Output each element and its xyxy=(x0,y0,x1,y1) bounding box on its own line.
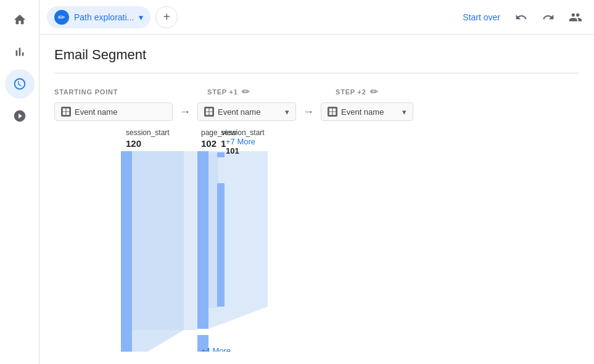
tab-label: Path explorati... xyxy=(74,12,134,22)
col2-edit-icon[interactable]: ✏ xyxy=(242,86,250,97)
topbar-actions: Start over xyxy=(458,6,587,28)
col2-dimension-label: Event name xyxy=(218,107,260,117)
col3-dropdown-arrow[interactable]: ▾ xyxy=(402,107,406,117)
svg-rect-6 xyxy=(208,152,218,308)
arrow-1: → xyxy=(173,105,197,118)
col2-dim-icon xyxy=(204,107,214,117)
topbar: ✏ Path explorati... ▾ + Start over xyxy=(39,0,594,35)
share-button[interactable] xyxy=(564,6,587,28)
sidebar-item-explore[interactable] xyxy=(5,69,35,99)
col3-dim-icon xyxy=(328,107,337,117)
sidebar-item-reports[interactable] xyxy=(5,37,35,67)
col-header-1: STARTING POINT xyxy=(54,88,178,96)
svg-rect-3 xyxy=(132,151,197,330)
col3-dimension-dropdown[interactable]: Event name ▾ xyxy=(321,102,413,121)
start-over-button[interactable]: Start over xyxy=(458,9,505,26)
col3-more-value: 101 xyxy=(226,146,255,155)
tab-pencil-icon: ✏ xyxy=(54,10,69,25)
add-tab-button[interactable]: + xyxy=(155,6,178,28)
col3-more-label[interactable]: +7 More xyxy=(226,137,255,146)
active-tab[interactable]: ✏ Path explorati... ▾ xyxy=(47,6,151,28)
col1-dim-icon xyxy=(61,107,71,117)
col1-dimension-dropdown[interactable]: Event name xyxy=(54,102,173,121)
col-header-2: STEP +1 ✏ xyxy=(207,86,306,97)
sidebar-item-home[interactable] xyxy=(5,5,35,35)
redo-button[interactable] xyxy=(537,6,559,28)
svg-rect-0 xyxy=(121,151,132,352)
page-content: Email Segment STARTING POINT STEP +1 ✏ xyxy=(39,35,594,364)
tab-dropdown-icon[interactable]: ▾ xyxy=(139,12,143,22)
svg-rect-8 xyxy=(217,183,225,307)
col2-dimension-dropdown[interactable]: Event name ▾ xyxy=(197,102,296,121)
col2-label: STEP +1 xyxy=(207,88,238,96)
sidebar-item-advertising[interactable] xyxy=(5,101,35,131)
col-header-3: STEP +2 ✏ xyxy=(336,86,434,97)
col3-more-container: +7 More 101 xyxy=(226,134,255,155)
col1-dimension-label: Event name xyxy=(75,107,117,117)
svg-rect-7 xyxy=(217,152,225,157)
col3-label: STEP +2 xyxy=(336,88,366,96)
main-content: ✏ Path explorati... ▾ + Start over Email… xyxy=(39,0,594,364)
col3-funnel-svg xyxy=(208,152,332,352)
col1-label: STARTING POINT xyxy=(54,88,118,96)
col3-edit-icon[interactable]: ✏ xyxy=(370,86,378,97)
exploration-area: STARTING POINT STEP +1 ✏ STEP +2 ✏ xyxy=(54,86,579,352)
arrow-2: → xyxy=(296,105,321,118)
funnel-col-3: session_start 1 +7 More xyxy=(208,128,332,352)
page-title: Email Segment xyxy=(54,47,579,73)
col3-dimension-label: Event name xyxy=(341,107,384,117)
column-headers: STARTING POINT STEP +1 ✏ STEP +2 ✏ xyxy=(54,86,579,97)
col2-dropdown-arrow[interactable]: ▾ xyxy=(285,107,289,117)
undo-button[interactable] xyxy=(510,6,532,28)
svg-rect-2 xyxy=(197,151,208,329)
dimension-row: Event name → Event name ▾ → Ev xyxy=(54,102,579,121)
funnel-visualization: session_start 120 page_view 102 xyxy=(54,128,579,352)
sidebar xyxy=(0,0,39,364)
